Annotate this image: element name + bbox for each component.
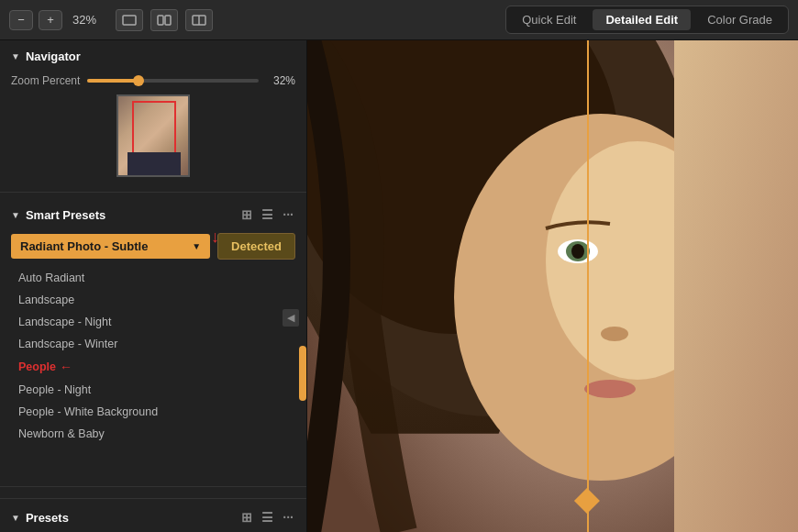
presets-grid-icon[interactable]: ⊞ <box>239 508 254 526</box>
divider-1 <box>0 192 306 193</box>
zoom-percent-label: 32% <box>68 13 101 27</box>
color-grade-tab[interactable]: Color Grade <box>694 9 785 30</box>
presets-collapse-arrow: ▼ <box>11 513 20 523</box>
preset-item-people-white[interactable]: People - White Background <box>11 401 295 423</box>
compare-view-button[interactable] <box>185 9 213 31</box>
split-view-button[interactable] <box>150 9 178 31</box>
presets-more-icon[interactable]: ··· <box>281 508 295 526</box>
main-content: ▼ Navigator Zoom Percent 32% ▼ <box>0 40 798 532</box>
list-view-icon[interactable]: ☰ <box>260 205 275 224</box>
zoom-minus-button[interactable]: − <box>9 10 33 30</box>
more-options-icon[interactable]: ··· <box>281 205 295 224</box>
view-icons-group <box>116 9 213 31</box>
svg-rect-1 <box>158 16 163 25</box>
presets-icons: ⊞ ☰ ··· <box>239 508 295 526</box>
scroll-arrow[interactable]: ◀ <box>283 309 299 327</box>
navigator-preview-image <box>118 96 188 175</box>
smart-presets-title: Smart Presets <box>26 208 239 222</box>
preset-dropdown-arrow: ▼ <box>192 241 201 251</box>
zoom-plus-button[interactable]: + <box>39 10 62 30</box>
arrow-annotation: ↓ <box>211 227 219 247</box>
image-area <box>307 40 798 532</box>
navigator-preview <box>116 94 190 177</box>
preset-item-landscape-winter[interactable]: Landscape - Winter <box>11 333 295 355</box>
presets-section: ▼ Presets ⊞ ☰ ··· <box>0 498 306 532</box>
navigator-body-area <box>127 152 181 175</box>
edit-tabs: Quick Edit Detailed Edit Color Grade <box>505 6 789 34</box>
smart-presets-arrow: ▼ <box>11 210 20 220</box>
preset-list: ◀ Auto Radiant Landscape Landscape - Nig… <box>0 267 306 479</box>
presets-title: Presets <box>26 511 239 525</box>
toolbar: − + 32% Quick Edit Detailed Edit Color G… <box>0 0 798 40</box>
people-red-arrow: ← <box>60 360 72 374</box>
people-label: People <box>18 360 56 373</box>
svg-rect-0 <box>123 16 136 25</box>
navigator-title: Navigator <box>26 50 81 63</box>
preset-item-newborn[interactable]: Newborn & Baby <box>11 423 295 445</box>
preset-item-landscape[interactable]: Landscape <box>11 289 295 311</box>
smart-presets-icons: ⊞ ☰ ··· <box>239 205 295 224</box>
zoom-track-fill <box>87 79 139 83</box>
zoom-percent-text: Zoom Percent <box>11 74 80 87</box>
svg-rect-15 <box>674 40 798 532</box>
presets-list-icon[interactable]: ☰ <box>260 508 275 526</box>
zoom-row: Zoom Percent 32% <box>11 74 295 87</box>
divider-2 <box>0 486 306 487</box>
detected-button[interactable]: Detected <box>217 233 295 260</box>
grid-view-icon[interactable]: ⊞ <box>239 205 254 224</box>
preset-list-inner: Auto Radiant Landscape Landscape - Night… <box>11 267 295 445</box>
preset-dropdown-value: Radiant Photo - Subtle <box>20 239 148 253</box>
preset-dropdown[interactable]: Radiant Photo - Subtle ▼ <box>11 234 210 259</box>
detailed-edit-tab[interactable]: Detailed Edit <box>593 9 691 30</box>
photo-display <box>307 40 798 532</box>
scrollbar[interactable] <box>299 267 306 479</box>
presets-section-header[interactable]: ▼ Presets ⊞ ☰ ··· <box>0 499 306 532</box>
quick-edit-tab[interactable]: Quick Edit <box>509 9 589 30</box>
sidebar: ▼ Navigator Zoom Percent 32% ▼ <box>0 40 307 532</box>
smart-presets-header[interactable]: ▼ Smart Presets ⊞ ☰ ··· <box>0 196 306 229</box>
preset-selector-row: ↓ Radiant Photo - Subtle ▼ Detected <box>0 229 306 267</box>
zoom-slider[interactable] <box>87 79 259 83</box>
svg-point-11 <box>571 244 584 259</box>
svg-point-12 <box>601 327 628 341</box>
people-row: People ← <box>18 360 288 374</box>
single-view-button[interactable] <box>116 9 143 31</box>
navigator-content: Zoom Percent 32% <box>0 69 306 188</box>
svg-point-13 <box>584 380 636 398</box>
preset-item-landscape-night[interactable]: Landscape - Night <box>11 311 295 333</box>
preset-item-people-night[interactable]: People - Night <box>11 379 295 401</box>
navigator-collapse-arrow: ▼ <box>11 51 20 61</box>
zoom-value-display: 32% <box>266 74 295 87</box>
split-line[interactable] <box>587 40 589 532</box>
toolbar-left: − + 32% <box>9 9 213 31</box>
preset-item-auto-radiant[interactable]: Auto Radiant <box>11 267 295 289</box>
photo-svg <box>307 40 798 532</box>
svg-rect-2 <box>165 16 171 25</box>
zoom-slider-thumb[interactable] <box>133 75 144 86</box>
navigator-section-header[interactable]: ▼ Navigator <box>0 40 306 69</box>
scrollbar-thumb[interactable] <box>299 346 306 401</box>
preset-item-people[interactable]: People ← <box>11 355 295 379</box>
